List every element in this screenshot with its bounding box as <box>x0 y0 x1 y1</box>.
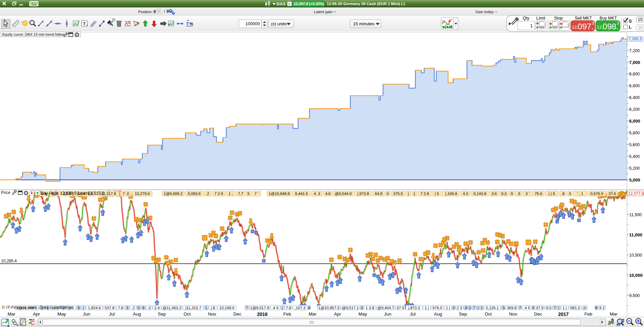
svg-text:6,000: 6,000 <box>629 119 640 124</box>
svg-text:11,500: 11,500 <box>629 212 642 217</box>
svg-text:0: 0 <box>167 9 169 14</box>
svg-text:10,000: 10,000 <box>629 273 643 278</box>
svg-text:098.: 098. <box>603 22 619 31</box>
svg-text:10,285.4: 10,285.4 <box>1 259 17 263</box>
svg-text:5,800: 5,800 <box>629 131 640 135</box>
svg-text:6,400: 6,400 <box>629 95 640 100</box>
svg-text:5,400: 5,400 <box>629 154 640 159</box>
svg-text:6,800: 6,800 <box>629 72 640 76</box>
svg-text:3: 3 <box>592 21 594 26</box>
svg-text:/: / <box>164 9 165 14</box>
svg-text:12,: 12, <box>572 25 578 30</box>
svg-text:3: 3 <box>617 21 619 26</box>
svg-text:1: 1 <box>530 23 533 28</box>
svg-text:S: S <box>629 19 632 24</box>
svg-text:Limit: Limit <box>536 16 546 21</box>
svg-text:11,000: 11,000 <box>629 232 642 237</box>
svg-text:7,395.5: 7,395.5 <box>628 37 642 41</box>
svg-text:Day High: 12,838.5 Low: 12,51: Day High: 12,838.5 Low: 12,515.0 <box>40 191 104 196</box>
svg-text:5,600: 5,600 <box>629 142 640 147</box>
svg-text:Stop: Stop <box>554 16 563 21</box>
svg-text:12,077.8: 12,077.8 <box>628 191 644 196</box>
svg-text:7,200: 7,200 <box>629 48 640 53</box>
svg-text:Buy MKT: Buy MKT <box>599 16 617 21</box>
svg-text:Qty: Qty <box>523 16 529 21</box>
svg-text:9,500: 9,500 <box>629 293 640 298</box>
svg-text:6,600: 6,600 <box>629 84 640 88</box>
svg-text:097.: 097. <box>578 22 594 31</box>
svg-text:5,200: 5,200 <box>629 166 640 171</box>
svg-text:%: % <box>189 22 193 26</box>
svg-text:Sell MKT: Sell MKT <box>575 16 592 21</box>
svg-text:L: L <box>629 25 632 30</box>
svg-text:12,: 12, <box>597 25 603 30</box>
svg-text:10,500: 10,500 <box>629 253 642 258</box>
svg-text:5,000: 5,000 <box>629 177 640 183</box>
svg-text:7,000: 7,000 <box>629 60 640 65</box>
svg-text:10: 10 <box>638 25 643 30</box>
svg-text:6,200: 6,200 <box>629 107 640 112</box>
svg-text:12:06:20 Germany 30 Cash (EUR: 12:06:20 Germany 30 Cash (EUR 1 Mini) (-… <box>327 2 405 6</box>
svg-text:12,097.8 (+0.20%): 12,097.8 (+0.20%) <box>294 2 324 6</box>
svg-text:T: T <box>186 21 189 26</box>
svg-text:T: T <box>83 22 86 26</box>
svg-text:15: 15 <box>638 17 643 22</box>
svg-text:i: i <box>289 2 290 6</box>
svg-text:DAX: DAX <box>276 1 286 6</box>
